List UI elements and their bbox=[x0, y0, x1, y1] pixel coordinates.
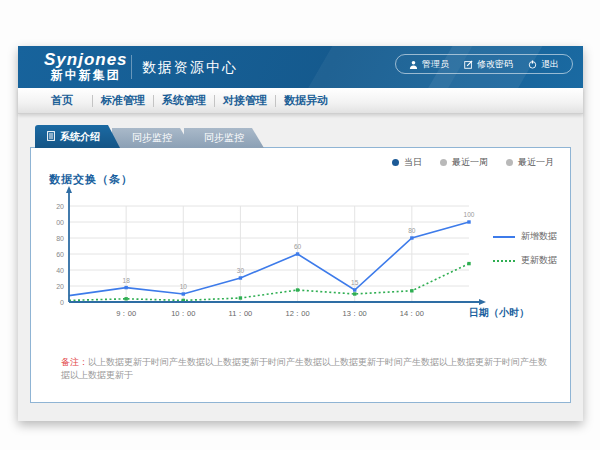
nav-item-data-change[interactable]: 数据异动 bbox=[276, 93, 336, 108]
nav-item-standard-mgmt[interactable]: 标准管理 bbox=[93, 93, 153, 108]
svg-text:80: 80 bbox=[56, 235, 64, 242]
svg-text:30: 30 bbox=[237, 267, 245, 274]
admin-user-button[interactable]: 管理员 bbox=[409, 58, 449, 71]
app-window: Synjones 新中新集团 数据资源中心 管理员 修改密码 bbox=[18, 46, 583, 421]
filter-last-month[interactable]: 最近一月 bbox=[506, 156, 554, 169]
page: Synjones 新中新集团 数据资源中心 管理员 修改密码 bbox=[0, 0, 600, 450]
tab-label: 同步监控 bbox=[132, 131, 172, 145]
logout-button[interactable]: 退出 bbox=[528, 58, 559, 71]
time-range-filter: 当日 最近一周 最近一月 bbox=[392, 156, 554, 169]
svg-text:60: 60 bbox=[56, 251, 64, 258]
svg-text:20: 20 bbox=[56, 283, 64, 290]
svg-text:11：00: 11：00 bbox=[229, 309, 253, 318]
document-icon bbox=[47, 131, 55, 143]
dotted-line-icon bbox=[493, 260, 515, 262]
logo-text-cn: 新中新集团 bbox=[44, 68, 128, 82]
series-legend: 新增数据 更新数据 bbox=[493, 230, 557, 267]
x-axis-title: 日期（小时） bbox=[469, 306, 529, 320]
power-icon bbox=[528, 60, 537, 69]
line-chart: 9：0010：0011：0012：0013：0014：0002040608010… bbox=[56, 183, 526, 328]
filter-last-week[interactable]: 最近一周 bbox=[440, 156, 488, 169]
radio-selected-icon bbox=[392, 159, 399, 166]
admin-user-label: 管理员 bbox=[422, 58, 449, 71]
svg-text:18: 18 bbox=[123, 277, 131, 284]
radio-unselected-icon bbox=[506, 159, 513, 166]
solid-line-icon bbox=[493, 236, 515, 238]
svg-text:14：00: 14：00 bbox=[400, 309, 424, 318]
change-password-label: 修改密码 bbox=[477, 58, 513, 71]
company-logo: Synjones 新中新集团 bbox=[44, 51, 128, 82]
tab-sync-monitor-1[interactable]: 同步监控 bbox=[112, 128, 192, 148]
logo-divider bbox=[131, 55, 132, 79]
svg-text:13：00: 13：00 bbox=[343, 309, 367, 318]
filter-today-label: 当日 bbox=[404, 156, 422, 169]
svg-text:10：00: 10：00 bbox=[171, 309, 195, 318]
legend-updated-data-label: 更新数据 bbox=[521, 254, 557, 267]
radio-unselected-icon bbox=[440, 159, 447, 166]
svg-text:100: 100 bbox=[464, 211, 475, 218]
nav-item-system-mgmt[interactable]: 系统管理 bbox=[154, 93, 214, 108]
logo-text-en: Synjones bbox=[44, 51, 128, 68]
content-panel: 当日 最近一周 最近一月 数据交换（条） 9：0010：0011：0012：00… bbox=[30, 147, 571, 403]
legend-new-data[interactable]: 新增数据 bbox=[493, 230, 557, 243]
footnote-text: 以上数据更新于时间产生数据以上数据更新于时间产生数据以上数据更新于时间产生数据以… bbox=[61, 357, 547, 380]
main-nav: 首页 标准管理 系统管理 对接管理 数据异动 bbox=[18, 88, 583, 114]
svg-text:10: 10 bbox=[180, 283, 188, 290]
svg-text:12：00: 12：00 bbox=[285, 309, 309, 318]
filter-today[interactable]: 当日 bbox=[392, 156, 422, 169]
svg-text:120: 120 bbox=[56, 203, 64, 210]
tab-bar: 系统介绍 同步监控 同步监控 bbox=[35, 125, 264, 148]
chart-canvas: 9：0010：0011：0012：0013：0014：0002040608010… bbox=[56, 183, 526, 328]
svg-text:15: 15 bbox=[351, 279, 359, 286]
svg-text:60: 60 bbox=[294, 243, 302, 250]
tab-sync-monitor-2[interactable]: 同步监控 bbox=[184, 128, 264, 148]
logout-label: 退出 bbox=[541, 58, 559, 71]
legend-updated-data[interactable]: 更新数据 bbox=[493, 254, 557, 267]
footnote: 备注：以上数据更新于时间产生数据以上数据更新于时间产生数据以上数据更新于时间产生… bbox=[61, 356, 551, 382]
nav-item-interface-mgmt[interactable]: 对接管理 bbox=[215, 93, 275, 108]
tab-system-intro[interactable]: 系统介绍 bbox=[35, 125, 120, 148]
filter-last-week-label: 最近一周 bbox=[452, 156, 488, 169]
change-password-button[interactable]: 修改密码 bbox=[464, 58, 513, 71]
edit-icon bbox=[464, 60, 473, 69]
header-bar: Synjones 新中新集团 数据资源中心 管理员 修改密码 bbox=[18, 46, 583, 88]
svg-text:0: 0 bbox=[60, 299, 64, 306]
tab-label: 系统介绍 bbox=[60, 130, 100, 144]
filter-last-month-label: 最近一月 bbox=[518, 156, 554, 169]
page-title: 数据资源中心 bbox=[142, 59, 238, 77]
legend-new-data-label: 新增数据 bbox=[521, 230, 557, 243]
user-menu: 管理员 修改密码 退出 bbox=[395, 54, 573, 74]
svg-text:9：00: 9：00 bbox=[116, 309, 136, 318]
tab-label: 同步监控 bbox=[204, 131, 244, 145]
user-icon bbox=[409, 60, 418, 69]
nav-item-home[interactable]: 首页 bbox=[32, 93, 92, 108]
svg-text:80: 80 bbox=[408, 227, 416, 234]
svg-text:40: 40 bbox=[56, 267, 64, 274]
svg-text:100: 100 bbox=[56, 219, 64, 226]
footnote-label: 备注： bbox=[61, 357, 88, 367]
